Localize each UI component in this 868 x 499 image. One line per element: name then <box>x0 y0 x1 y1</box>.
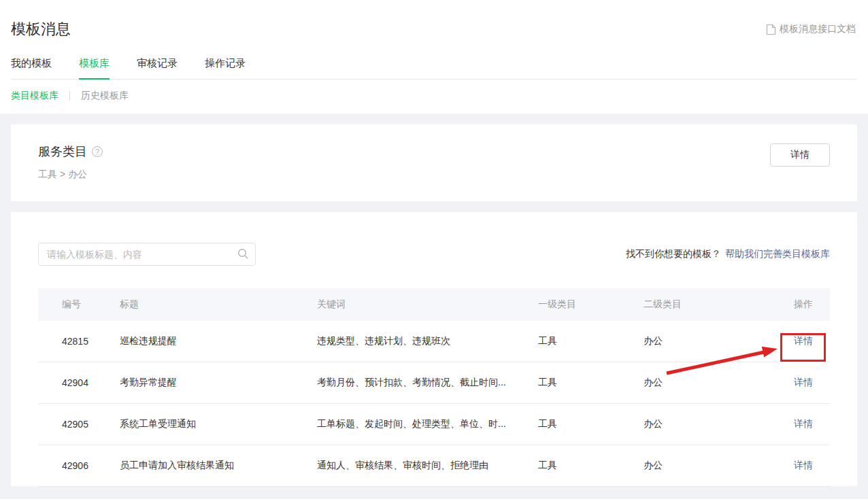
cell-id: 42906 <box>62 460 120 471</box>
subtab-history-library[interactable]: 历史模板库 <box>81 90 129 102</box>
tab-template-library[interactable]: 模板库 <box>79 57 110 79</box>
template-search-input[interactable] <box>38 243 256 266</box>
detail-link[interactable]: 详情 <box>794 335 813 346</box>
cell-id: 42904 <box>62 377 120 388</box>
col-header-cat2: 二级类目 <box>644 298 793 311</box>
cell-keywords: 通知人、审核结果、审核时间、拒绝理由 <box>317 460 538 472</box>
template-search-box <box>38 243 256 266</box>
service-category-title: 服务类目 <box>38 143 87 160</box>
service-category-info: 服务类目 ? 工具 > 办公 <box>38 143 103 181</box>
top-bar: 模板消息 模板消息接口文档 我的模板 模板库 审核记录 操作记录 类目模板库 历… <box>0 0 868 114</box>
category-path: 工具 > 办公 <box>38 169 103 181</box>
subtab-bar: 类目模板库 历史模板库 <box>11 80 857 114</box>
help-question-text: 找不到你想要的模板？ <box>626 248 721 259</box>
detail-link[interactable]: 详情 <box>794 377 813 388</box>
tab-review-records[interactable]: 审核记录 <box>137 57 178 79</box>
tab-my-templates[interactable]: 我的模板 <box>11 57 52 79</box>
cell-cat1: 工具 <box>538 418 644 430</box>
detail-link[interactable]: 详情 <box>794 460 813 470</box>
cell-cat1: 工具 <box>538 335 644 347</box>
table-row: 42905 系统工单受理通知 工单标题、发起时间、处理类型、单位、时... 工具… <box>38 404 830 445</box>
cell-keywords: 违规类型、违规计划、违规班次 <box>317 335 538 347</box>
category-detail-button[interactable]: 详情 <box>770 143 830 167</box>
col-header-title: 标题 <box>120 298 317 311</box>
cell-id: 42905 <box>62 419 120 430</box>
document-icon <box>766 24 776 35</box>
template-library-card: 找不到你想要的模板？帮助我们完善类目模板库 编号 标题 关键词 一级类目 二级类… <box>11 212 857 486</box>
cell-cat2: 办公 <box>644 418 793 430</box>
col-header-cat1: 一级类目 <box>538 298 644 311</box>
cell-cat2: 办公 <box>644 460 793 472</box>
table-row: 42904 考勤异常提醒 考勤月份、预计扣款、考勤情况、截止时间... 工具 办… <box>38 362 830 404</box>
subtab-divider <box>69 91 70 101</box>
help-question-icon[interactable]: ? <box>92 146 103 157</box>
cell-title: 考勤异常提醒 <box>120 377 317 389</box>
cell-keywords: 考勤月份、预计扣款、考勤情况、截止时间... <box>317 377 538 389</box>
subtab-category-library[interactable]: 类目模板库 <box>11 90 59 102</box>
page-title: 模板消息 <box>11 19 857 39</box>
table-row: 42906 员工申请加入审核结果通知 通知人、审核结果、审核时间、拒绝理由 工具… <box>38 445 830 487</box>
service-category-card: 服务类目 ? 工具 > 办公 详情 <box>11 124 857 201</box>
cell-cat1: 工具 <box>538 460 644 472</box>
table-header-row: 编号 标题 关键词 一级类目 二级类目 操作 <box>38 288 830 321</box>
col-header-action: 操作 <box>793 298 813 311</box>
doc-link-label: 模板消息接口文档 <box>780 23 856 35</box>
cell-cat2: 办公 <box>644 335 793 347</box>
table-row: 42815 巡检违规提醒 违规类型、违规计划、违规班次 工具 办公 详情 <box>38 321 830 362</box>
template-api-doc-link[interactable]: 模板消息接口文档 <box>766 23 856 35</box>
cell-id: 42815 <box>62 336 120 347</box>
library-help: 找不到你想要的模板？帮助我们完善类目模板库 <box>626 248 830 260</box>
search-icon[interactable] <box>237 248 249 262</box>
col-header-keywords: 关键词 <box>317 298 538 311</box>
cell-title: 系统工单受理通知 <box>120 418 317 430</box>
cell-cat1: 工具 <box>538 377 644 389</box>
tab-bar: 我的模板 模板库 审核记录 操作记录 <box>11 57 857 80</box>
cell-cat2: 办公 <box>644 377 793 389</box>
cell-keywords: 工单标题、发起时间、处理类型、单位、时... <box>317 418 538 430</box>
tab-operation-records[interactable]: 操作记录 <box>205 57 246 79</box>
cell-title: 巡检违规提醒 <box>120 335 317 347</box>
col-header-id: 编号 <box>62 298 120 311</box>
improve-library-link[interactable]: 帮助我们完善类目模板库 <box>725 248 830 259</box>
template-table: 编号 标题 关键词 一级类目 二级类目 操作 42815 巡检违规提醒 违规类型… <box>38 288 830 487</box>
cell-title: 员工申请加入审核结果通知 <box>120 460 317 472</box>
detail-link[interactable]: 详情 <box>794 418 813 429</box>
